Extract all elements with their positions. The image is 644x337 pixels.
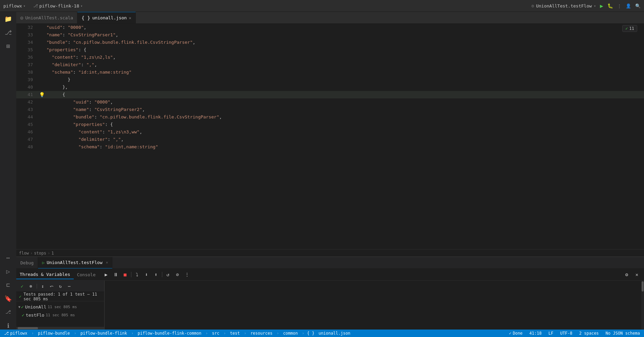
debug-tab-unionall[interactable]: ▷ UnionAllTest.testFlow ✕	[38, 257, 112, 268]
more-debug-btn[interactable]: ⋮	[183, 271, 191, 278]
debug-tab-run-icon: ▷	[42, 260, 44, 265]
mute-btn[interactable]: ⊘	[173, 271, 182, 278]
line-count: 11	[629, 26, 634, 31]
test-tree[interactable]: ▼ ✓ UnionAll 11 sec 805 ms ✓ testFlo 11 …	[16, 301, 104, 327]
debug-scrollbar-thumb[interactable]	[642, 281, 644, 292]
line-num-34: 34	[16, 39, 38, 46]
step-into-btn[interactable]: ⬇	[142, 271, 151, 278]
line-content-36: "content": "1,zs\n2,ls",	[45, 54, 644, 61]
pause-btn[interactable]: ⏸	[111, 271, 120, 278]
project-selector[interactable]: piflowx ▾	[3, 3, 25, 8]
status-sep-7: ›	[277, 331, 279, 336]
debug-toolbar: ▶ ⏸ ■ ⤵ ⬇ ⬆ ↺ ⊘ ⋮	[102, 271, 191, 278]
status-project3[interactable]: piflow-bundle-flink-common	[136, 330, 203, 337]
run-button[interactable]: ▶	[600, 3, 603, 9]
code-line-42: 42 "uuid": "0000",	[16, 98, 644, 106]
test-restart-btn[interactable]: ↻	[57, 282, 64, 290]
status-filename[interactable]: unionall.json	[317, 330, 352, 337]
close-panel-btn[interactable]: ✕	[632, 271, 641, 278]
status-indent[interactable]: 2 spaces	[578, 330, 600, 337]
test-expand-unionall[interactable]: ▼	[18, 305, 20, 309]
step-over-btn[interactable]: ⤵	[133, 271, 142, 278]
debug-tab-debug[interactable]: Debug	[16, 257, 38, 268]
breadcrumb-index[interactable]: 1	[52, 251, 54, 256]
status-schema[interactable]: No JSON schema	[604, 330, 641, 337]
test-sort-btn[interactable]: ↕	[39, 282, 47, 290]
status-done[interactable]: ✓ Done	[508, 330, 524, 337]
test-item-unionall[interactable]: ▼ ✓ UnionAll 11 sec 805 ms	[16, 303, 104, 311]
debug-right-panel	[105, 281, 641, 330]
debug-button[interactable]: 🐛	[607, 3, 613, 8]
settings-btn[interactable]: ⚙	[622, 271, 631, 278]
line-content-44: "bundle": "cn.piflow.bundle.flink.file.C…	[45, 113, 644, 121]
code-line-46: 46 "content": "1,zs\n3,ww",	[16, 128, 644, 136]
code-line-32: 32 "uuid": "0000",	[16, 24, 644, 31]
status-branch[interactable]: ⎇ piflowx	[3, 330, 29, 337]
code-editor[interactable]: ✓ 11 32 "uuid": "0000", 33 "name": "CsvS…	[16, 24, 644, 249]
bulb-icon[interactable]: 💡	[39, 91, 45, 98]
test-panel-scrollbar[interactable]	[16, 327, 104, 330]
debug-subtab-row: Threads & Variables Console ▶ ⏸ ■ ⤵ ⬇ ⬆	[16, 269, 644, 281]
extensions-icon[interactable]: ⊞	[4, 42, 12, 50]
explorer-icon[interactable]: 📁	[4, 15, 12, 23]
git2-icon[interactable]: ⎇	[4, 308, 12, 316]
tab-json[interactable]: { } unionall.json ✕	[77, 12, 135, 23]
test-stop-btn[interactable]: ⊗	[27, 282, 35, 290]
threads-vars-tab[interactable]: Threads & Variables	[16, 270, 74, 279]
status-project1[interactable]: piflow-bundle	[37, 330, 71, 337]
code-line-44: 44 "bundle": "cn.piflow.bundle.flink.fil…	[16, 113, 644, 121]
info-icon[interactable]: ℹ	[4, 321, 12, 330]
line-content-35: "properties": {	[45, 46, 644, 54]
test-more-btn[interactable]: ⋯	[66, 282, 73, 290]
search-icon[interactable]: 🔍	[635, 3, 641, 8]
breadcrumb-stops[interactable]: stops	[34, 251, 46, 256]
more-tools-icon[interactable]: ⋯	[4, 254, 12, 262]
stop-btn[interactable]: ■	[121, 271, 130, 278]
run-config[interactable]: ◎ UnionAllTest.testFlow ▾	[532, 3, 596, 8]
account-icon[interactable]: 👤	[626, 3, 631, 8]
line-content-43: "name": "CsvStringParser2",	[45, 106, 644, 113]
test-time-unionall: 11 sec 805 ms	[48, 305, 77, 309]
status-resources[interactable]: resources	[249, 330, 274, 337]
test-item-testflow[interactable]: ✓ testFlo 11 sec 805 ms	[16, 311, 104, 319]
console-tab[interactable]: Console	[74, 270, 99, 279]
line-num-37: 37	[16, 61, 38, 69]
test-check-btn[interactable]: ✓	[18, 282, 26, 290]
structure-icon[interactable]: ⊏	[4, 281, 12, 289]
more-button[interactable]: ⋮	[617, 3, 622, 8]
debug-toolbar-sep-2	[162, 272, 162, 277]
status-encoding[interactable]: UTF-8	[559, 330, 574, 337]
test-results-panel: ✓ ⊗ ↕ ⤺ ↻ ⋯ ✓ Tests passed: 1 of 1 test …	[16, 281, 105, 330]
debug-right-scrollbar[interactable]	[641, 281, 644, 330]
title-bar-right: ◎ UnionAllTest.testFlow ▾ ▶ 🐛 ⋮ 👤 🔍	[532, 3, 641, 9]
tab-json-label: unionall.json	[92, 15, 127, 20]
line-content-37: "delimiter": ",",	[45, 61, 644, 69]
status-project2[interactable]: piflow-bundle-flink	[79, 330, 128, 337]
bookmark-icon[interactable]: 🔖	[4, 294, 12, 302]
status-branch-label: piflowx	[10, 331, 27, 336]
status-bar: ⎇ piflowx › piflow-bundle › piflow-bundl…	[0, 330, 644, 337]
debug-tab-close[interactable]: ✕	[106, 260, 108, 265]
title-bar-left: piflowx ▾ ⎇ piflow-flink-18 ▾	[3, 3, 82, 8]
branch-selector[interactable]: ⎇ piflow-flink-18 ▾	[33, 3, 82, 8]
tab-json-close[interactable]: ✕	[129, 16, 131, 20]
tab-scala[interactable]: ◎ UnionAllTest.scala	[16, 12, 77, 23]
debug-run-icon[interactable]: ▷	[4, 267, 12, 275]
step-out-btn[interactable]: ⬆	[152, 271, 161, 278]
status-sep-4: ›	[205, 331, 208, 336]
breadcrumb-flow[interactable]: flow	[19, 251, 29, 256]
main-layout: 📁 ⎇ ⊞ ⋯ ▷ ⊏ 🔖 ⎇ ℹ ◎ UnionAllTest.scala {…	[0, 12, 644, 330]
test-collapse-btn[interactable]: ⤺	[48, 282, 55, 290]
test-scrollbar-thumb[interactable]	[18, 327, 38, 329]
status-sep-1: ›	[32, 331, 34, 336]
status-src[interactable]: src	[211, 330, 221, 337]
git-icon[interactable]: ⎇	[4, 28, 12, 36]
rerun-btn[interactable]: ↺	[164, 271, 172, 278]
tab-scala-label: UnionAllTest.scala	[25, 15, 73, 20]
status-eol[interactable]: LF	[547, 330, 554, 337]
status-sep-3: ›	[131, 331, 133, 336]
status-position[interactable]: 41:18	[528, 330, 543, 337]
status-test[interactable]: test	[228, 330, 241, 337]
resume-btn[interactable]: ▶	[102, 271, 111, 278]
status-common[interactable]: common	[282, 330, 299, 337]
